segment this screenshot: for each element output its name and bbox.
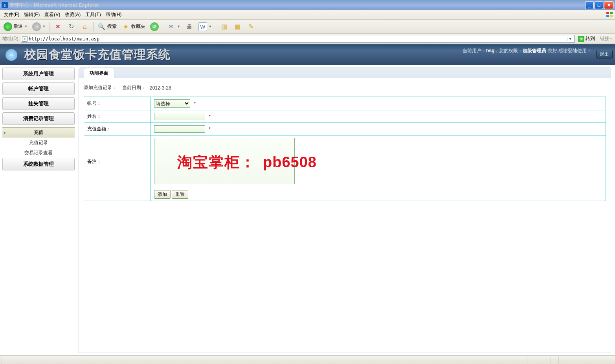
status-bar <box>0 355 615 364</box>
status-zone <box>558 357 613 364</box>
go-label: 转到 <box>586 35 595 42</box>
menu-tools[interactable]: 工具(T) <box>83 11 103 19</box>
separator <box>50 22 50 31</box>
back-button[interactable]: ← 后退 ▼ <box>2 21 29 32</box>
main-panel: 功能界面 添加充值记录： 当前日期： 2012-3-28 帐号： 请选择 * 姓… <box>79 68 611 353</box>
tab-function[interactable]: 功能界面 <box>84 68 114 78</box>
form-header: 添加充值记录： 当前日期： 2012-3-28 <box>84 84 606 91</box>
address-input[interactable] <box>29 36 566 42</box>
sidebar-item-account-mgmt[interactable]: 帐户管理 <box>2 82 75 95</box>
label-remark: 备注： <box>84 135 151 188</box>
account-select[interactable]: 请选择 <box>154 99 190 108</box>
remark-textarea[interactable] <box>154 138 295 184</box>
window-titlebar: e 管理中心 - Microsoft Internet Explorer _ □… <box>0 0 615 10</box>
go-icon: ➜ <box>578 36 584 42</box>
menu-view[interactable]: 查看(V) <box>42 11 62 19</box>
status-message <box>2 357 527 364</box>
form-table: 帐号： 请选择 * 姓名： * 充值金额： <box>84 97 606 201</box>
folder1-button[interactable]: ▥ <box>218 21 231 32</box>
forward-icon: → <box>32 22 41 31</box>
cell-account: 请选择 * <box>151 97 606 110</box>
toolbar: ← 后退 ▼ → ▼ ✕ ↻ ⌂ 🔍 搜索 ★ 收藏夹 ↺ ✉▼ 🖶 W▼ ▥ … <box>0 20 615 34</box>
menu-favorites[interactable]: 收藏(A) <box>62 11 83 19</box>
svg-rect-0 <box>606 12 609 14</box>
address-dropdown[interactable]: ▼ <box>567 37 573 41</box>
ie-icon: e <box>2 2 8 8</box>
chevron-down-icon: ▼ <box>177 25 180 28</box>
menu-help[interactable]: 帮助(H) <box>103 11 124 19</box>
edit-button[interactable]: W▼ <box>196 21 214 32</box>
sidebar-sub-recharge[interactable]: 充值 <box>2 127 75 137</box>
sidebar-sub-tx-view[interactable]: 交易记录查看 <box>2 148 75 158</box>
reset-button[interactable]: 重置 <box>172 190 188 199</box>
tab-strip: 功能界面 <box>79 68 611 78</box>
home-button[interactable]: ⌂ <box>79 21 91 32</box>
back-label: 后退 <box>13 23 23 30</box>
folder-icon: ▦ <box>233 22 242 31</box>
label-name: 姓名： <box>84 110 151 123</box>
label-account: 帐号： <box>84 97 151 110</box>
ie-flag-icon <box>606 11 613 18</box>
go-button[interactable]: ➜ 转到 <box>576 35 597 43</box>
stop-button[interactable]: ✕ <box>52 21 64 32</box>
favorites-label: 收藏夹 <box>131 23 145 30</box>
chevron-down-icon: ▼ <box>209 25 212 28</box>
sidebar-item-loss-mgmt[interactable]: 挂失管理 <box>2 97 75 110</box>
amount-input[interactable] <box>154 125 205 133</box>
minimize-button[interactable]: _ <box>585 1 594 9</box>
sidebar-item-data-mgmt[interactable]: 系统数据管理 <box>2 158 75 170</box>
app-title: 校园食堂饭卡充值管理系统 <box>24 47 171 63</box>
status-cell <box>551 357 558 364</box>
add-button[interactable]: 添加 <box>154 190 171 199</box>
menu-bar: 文件(F) 编辑(E) 查看(V) 收藏(A) 工具(T) 帮助(H) <box>0 10 615 20</box>
edit-icon: W <box>198 22 207 31</box>
address-input-wrap[interactable]: e ▼ <box>21 35 575 43</box>
chevron-down-icon: ▼ <box>24 25 28 28</box>
search-button[interactable]: 🔍 搜索 <box>95 21 119 32</box>
status-cell <box>543 357 551 364</box>
menu-file[interactable]: 文件(F) <box>2 11 22 19</box>
links-label[interactable]: 链接 » <box>598 35 613 42</box>
logout-button[interactable]: 退出 <box>596 50 613 59</box>
sidebar-item-user-mgmt[interactable]: 系统用户管理 <box>2 68 75 80</box>
required-mark: * <box>209 114 211 119</box>
menu-edit[interactable]: 编辑(E) <box>22 11 42 19</box>
mail-button[interactable]: ✉▼ <box>165 21 182 32</box>
cell-remark <box>151 135 606 188</box>
form-title: 添加充值记录： <box>84 84 117 91</box>
status-cell <box>535 357 543 364</box>
sidebar-sub-recharge-log[interactable]: 充值记录 <box>2 137 75 148</box>
favorites-button[interactable]: ★ 收藏夹 <box>119 21 147 32</box>
cell-amount: * <box>151 123 606 135</box>
date-value: 2012-3-28 <box>150 85 171 91</box>
window-title: 管理中心 - Microsoft Internet Explorer <box>9 2 585 9</box>
required-mark: * <box>209 126 211 132</box>
date-label: 当前日期： <box>122 84 146 91</box>
search-label: 搜索 <box>107 23 117 30</box>
folder2-button[interactable]: ▦ <box>231 21 244 32</box>
label-empty <box>84 188 151 201</box>
user-info: 当前用户：hsg，您的权限：超级管理员 您好,感谢登陆使用！ <box>463 48 591 54</box>
window-buttons: _ □ ✕ <box>585 1 613 9</box>
forward-button[interactable]: → ▼ <box>30 21 48 32</box>
maximize-button[interactable]: □ <box>595 1 603 9</box>
required-mark: * <box>194 101 196 106</box>
sidebar-item-consume-mgmt[interactable]: 消费记录管理 <box>2 112 75 125</box>
status-cell <box>527 357 535 364</box>
sidebar: 系统用户管理 帐户管理 挂失管理 消费记录管理 充值 充值记录 交易记录查看 系… <box>0 65 76 355</box>
history-icon: ↺ <box>150 22 159 31</box>
home-icon: ⌂ <box>81 22 89 31</box>
cell-buttons: 添加 重置 <box>151 188 606 201</box>
stop-icon: ✕ <box>54 22 62 31</box>
star-icon: ★ <box>121 22 130 31</box>
name-input[interactable] <box>154 113 205 120</box>
body: 系统用户管理 帐户管理 挂失管理 消费记录管理 充值 充值记录 交易记录查看 系… <box>0 65 615 355</box>
search-icon: 🔍 <box>97 22 106 31</box>
history-button[interactable]: ↺ <box>148 21 161 32</box>
close-button[interactable]: ✕ <box>604 1 613 9</box>
tool-button[interactable]: ✎ <box>245 21 257 32</box>
print-button[interactable]: 🖶 <box>183 21 196 32</box>
tool-icon: ✎ <box>247 22 255 31</box>
refresh-button[interactable]: ↻ <box>65 21 78 32</box>
svg-rect-3 <box>610 15 613 17</box>
